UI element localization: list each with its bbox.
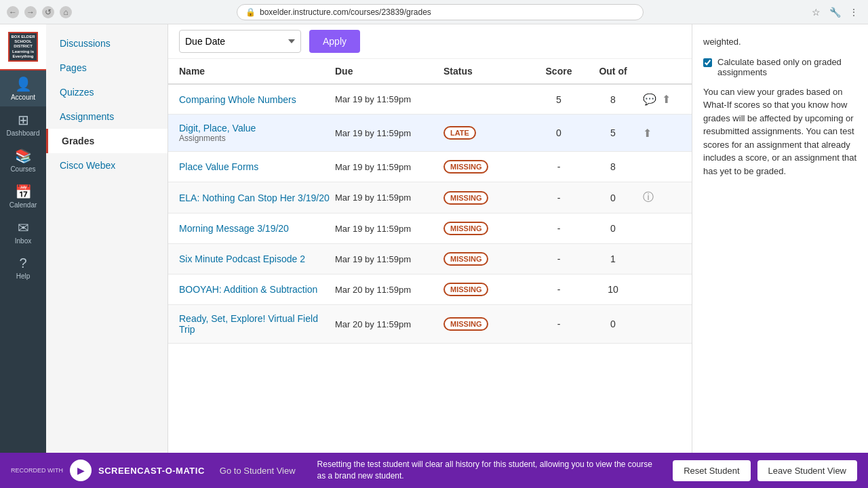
url-bar: 🔒 boxelder.instructure.com/courses/23839… [237, 4, 644, 20]
sidebar-item-calendar[interactable]: 📅 Calendar [0, 178, 46, 214]
table-row: ELA: Nothing Can Stop Her 3/19/20 Mar 19… [168, 182, 692, 214]
graded-only-checkbox[interactable] [703, 58, 712, 67]
grades-table: Name Due Status Score Out of Comparing W… [168, 59, 692, 344]
logo-text: BOX ELDERSCHOOL DISTRICTLearning is Ever… [9, 35, 37, 59]
sidebar-item-account[interactable]: 👤 Account [0, 70, 46, 106]
outof-morning: 0 [586, 223, 640, 234]
header-name: Name [179, 66, 335, 77]
sidebar-item-inbox[interactable]: ✉ Inbox [0, 214, 46, 250]
status-badge-missing-booyah: MISSING [443, 283, 488, 296]
sidebar-item-courses[interactable]: 📚 Courses [0, 142, 46, 178]
assignment-link-podcast[interactable]: Six Minute Podcast Episode 2 [179, 253, 335, 264]
sidebar-label-courses: Courses [10, 165, 35, 173]
sub-nav: Discussions Pages Quizzes Assignments Gr… [46, 24, 168, 488]
bottom-bar-left: RECORDED WITH ▶ SCREENCAST-O-MATIC Go to… [11, 460, 296, 481]
table-row: Comparing Whole Numbers Mar 19 by 11:59p… [168, 85, 692, 115]
sub-nav-pages[interactable]: Pages [46, 56, 167, 80]
due-date-digit: Mar 19 by 11:59pm [335, 128, 443, 138]
sidebar-label-help: Help [16, 272, 31, 280]
table-row: Six Minute Podcast Episode 2 Mar 19 by 1… [168, 244, 692, 274]
table-row: Digit, Place, Value Assignments Mar 19 b… [168, 115, 692, 152]
courses-icon: 📚 [15, 148, 32, 164]
sub-nav-assignments[interactable]: Assignments [46, 104, 167, 129]
status-badge-missing-podcast: MISSING [443, 252, 488, 266]
assignment-link-booyah[interactable]: BOOYAH: Addition & Subtraction [179, 284, 335, 295]
sub-nav-quizzes[interactable]: Quizzes [46, 80, 167, 104]
app-name-label: SCREENCAST-O-MATIC [98, 466, 205, 476]
assignment-link-explore[interactable]: Ready, Set, Explore! Virtual Field Trip [179, 313, 335, 335]
lock-icon: 🔒 [245, 7, 256, 17]
score-ela: - [532, 192, 586, 203]
sidebar-label-inbox: Inbox [15, 237, 31, 245]
status-ela: MISSING [443, 191, 532, 205]
assignment-name-col: Comparing Whole Numbers [179, 94, 335, 105]
sidebar-item-dashboard[interactable]: ⊞ Dashboard [0, 106, 46, 142]
assignment-name-col: Morning Message 3/19/20 [179, 223, 335, 234]
comment-icon[interactable]: 💬 [643, 93, 656, 106]
bottom-bar-actions: Reset Student Leave Student View [673, 460, 857, 481]
sidebar: BOX ELDERSCHOOL DISTRICTLearning is Ever… [0, 24, 46, 488]
icons-digit: ⬆ [640, 127, 681, 140]
due-date-booyah: Mar 20 by 11:59pm [335, 285, 443, 295]
goto-student-view-label[interactable]: Go to Student View [220, 466, 296, 476]
due-date-comparing: Mar 19 by 11:59pm [335, 94, 443, 104]
status-explore: MISSING [443, 317, 532, 331]
sub-nav-discussions[interactable]: Discussions [46, 31, 167, 56]
status-podcast: MISSING [443, 252, 532, 266]
status-pvf: MISSING [443, 160, 532, 174]
dashboard-icon: ⊞ [18, 112, 29, 128]
checkbox-row: Calculate based only on graded assignmen… [703, 57, 857, 77]
header-outof: Out of [586, 66, 640, 77]
star-button[interactable]: ☆ [808, 5, 823, 20]
status-digit: LATE [443, 126, 532, 140]
outof-booyah: 10 [586, 284, 640, 295]
sub-nav-cisco[interactable]: Cisco Webex [46, 153, 167, 178]
leave-student-view-button[interactable]: Leave Student View [757, 460, 857, 481]
upload-icon[interactable]: ⬆ [662, 93, 671, 106]
info-icon[interactable]: ⓘ [643, 190, 654, 205]
upload-icon[interactable]: ⬆ [643, 127, 652, 140]
assignment-link-ela[interactable]: ELA: Nothing Can Stop Her 3/19/20 [179, 192, 335, 203]
assignment-link-comparing[interactable]: Comparing Whole Numbers [179, 94, 335, 105]
assignment-link-pvf[interactable]: Place Value Forms [179, 161, 335, 172]
assignment-name-col: Place Value Forms [179, 161, 335, 172]
play-button[interactable]: ▶ [70, 460, 92, 481]
assignment-name-col: Six Minute Podcast Episode 2 [179, 253, 335, 264]
home-button[interactable]: ⌂ [60, 6, 72, 18]
sort-select[interactable]: Due Date Assignment Group Name [179, 30, 301, 53]
inbox-icon: ✉ [18, 220, 29, 236]
sidebar-item-help[interactable]: ? Help [0, 250, 46, 285]
bottom-bar-message: Resetting the test student will clear al… [317, 459, 663, 482]
assignment-name-col: Ready, Set, Explore! Virtual Field Trip [179, 313, 335, 335]
right-panel-text2: You can view your grades based on What-I… [703, 85, 857, 178]
help-icon: ? [19, 256, 26, 271]
sidebar-label-account: Account [11, 94, 35, 101]
forward-button[interactable]: → [24, 6, 37, 18]
outof-digit: 5 [586, 127, 640, 138]
apply-button[interactable]: Apply [309, 30, 360, 53]
reset-student-button[interactable]: Reset Student [673, 460, 750, 481]
play-icon: ▶ [77, 465, 85, 476]
table-row: Place Value Forms Mar 19 by 11:59pm MISS… [168, 152, 692, 182]
header-score: Score [532, 66, 586, 77]
outof-explore: 0 [586, 319, 640, 329]
refresh-button[interactable]: ↺ [42, 6, 54, 18]
table-row: Morning Message 3/19/20 Mar 19 by 11:59p… [168, 214, 692, 244]
assignment-link-morning[interactable]: Morning Message 3/19/20 [179, 223, 335, 234]
extensions-button[interactable]: 🔧 [827, 5, 842, 20]
main-content: Due Date Assignment Group Name Apply Nam… [168, 24, 692, 488]
logo-square: BOX ELDERSCHOOL DISTRICTLearning is Ever… [8, 32, 38, 62]
browser-bar: ← → ↺ ⌂ 🔒 boxelder.instructure.com/cours… [0, 0, 868, 24]
menu-button[interactable]: ⋮ [846, 5, 861, 20]
assignment-link-digit[interactable]: Digit, Place, Value [179, 123, 335, 134]
app-layout: BOX ELDERSCHOOL DISTRICTLearning is Ever… [0, 24, 868, 488]
screencast-logo: RECORDED WITH [11, 467, 63, 474]
sidebar-label-calendar: Calendar [9, 201, 37, 209]
back-button[interactable]: ← [7, 6, 19, 18]
due-date-podcast: Mar 19 by 11:59pm [335, 254, 443, 264]
score-comparing: 5 [532, 94, 586, 105]
status-morning: MISSING [443, 222, 532, 235]
sub-nav-grades[interactable]: Grades [46, 129, 167, 153]
calendar-icon: 📅 [15, 184, 32, 200]
right-panel-text1: weighted. [703, 35, 857, 49]
